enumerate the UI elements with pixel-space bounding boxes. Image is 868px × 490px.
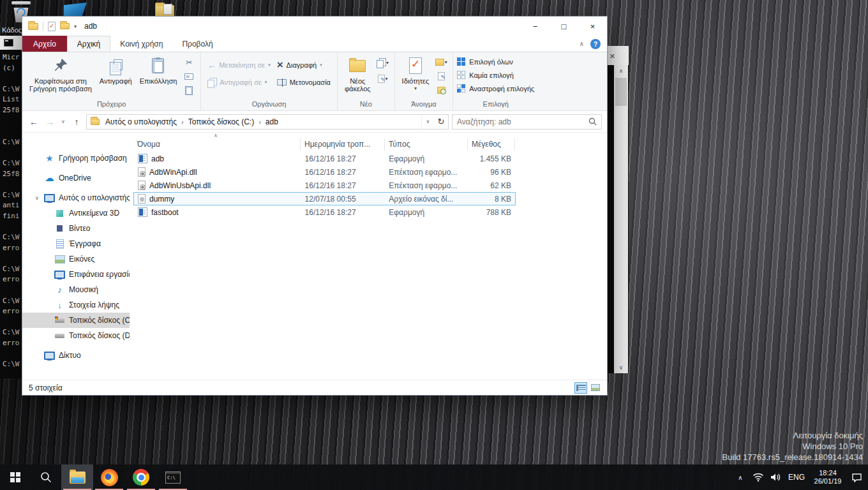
sidebar-item-pic[interactable]: Εικόνες: [22, 251, 130, 267]
copy-button[interactable]: Αντιγραφή: [96, 54, 135, 85]
column-header-2[interactable]: Τύπος: [385, 138, 468, 151]
invert-selection-button[interactable]: Αναστροφή επιλογής: [457, 83, 534, 94]
back-button[interactable]: ←: [27, 117, 40, 127]
edit-button[interactable]: [433, 70, 449, 82]
scrollbar-thumb[interactable]: [615, 78, 627, 106]
file-row[interactable]: AdbWinUsbApi.dll16/12/16 18:27Επέκταση ε…: [133, 179, 516, 192]
taskbar-chrome[interactable]: [125, 464, 157, 490]
cmd-scrollbar[interactable]: ∧ ∨: [614, 65, 628, 373]
tab-1[interactable]: Κοινή χρήση: [110, 36, 172, 52]
paste-shortcut-button[interactable]: [181, 84, 197, 96]
rename-button[interactable]: Μετονομασία: [277, 77, 331, 88]
pin-to-quick-access-button[interactable]: Καρφίτσωμα στη Γρήγορη πρόσβαση: [26, 54, 95, 93]
column-header-0[interactable]: Όνομα: [133, 138, 301, 151]
sidebar-item-network[interactable]: Δίκτυο: [22, 348, 130, 363]
breadcrumb-segment[interactable]: Αυτός ο υπολογιστής: [104, 117, 178, 126]
file-row[interactable]: dummy12/07/18 00:55Αρχείο εικόνας δί...8…: [133, 192, 516, 205]
tab-file[interactable]: Αρχείο: [22, 36, 67, 52]
maximize-button[interactable]: □: [550, 17, 578, 36]
taskbar-file-explorer[interactable]: [61, 464, 93, 490]
watermark-line-3: Build 17763.rs5_release.180914-1434: [722, 452, 863, 463]
cut-button[interactable]: ✂: [181, 56, 197, 68]
details-view-button[interactable]: [574, 382, 587, 394]
start-button[interactable]: [0, 464, 31, 490]
tab-0[interactable]: Αρχική: [67, 36, 110, 52]
collapse-ribbon-icon[interactable]: ∧: [580, 40, 584, 47]
move-to-button[interactable]: ← Μετακίνηση σε ▾: [207, 59, 270, 71]
expander-icon[interactable]: ∨: [35, 195, 44, 201]
sidebar-item-pc[interactable]: ∨Αυτός ο υπολογιστής: [22, 190, 130, 205]
close-button[interactable]: ×: [578, 17, 607, 36]
recent-locations-icon[interactable]: ∨: [59, 119, 67, 124]
sidebar-item-cloud[interactable]: ☁OneDrive: [22, 170, 130, 186]
column-header-1[interactable]: Ημερομηνία τροπ...: [301, 138, 385, 151]
delete-button[interactable]: × Διαγραφή ▾: [277, 59, 331, 71]
cmd-window-title-left[interactable]: [0, 36, 22, 50]
new-item-button[interactable]: ▾: [375, 57, 391, 69]
file-type: Επέκταση εφαρμο...: [385, 181, 468, 190]
title-bar[interactable]: ▾ adb − □ ×: [22, 17, 607, 36]
address-bar[interactable]: Αυτός ο υπολογιστής›Τοπικός δίσκος (C:)›…: [86, 114, 449, 130]
address-dropdown-icon[interactable]: ∨: [421, 115, 434, 129]
sidebar-item-label: Βίντεο: [69, 224, 90, 233]
paste-button[interactable]: Επικόλληση: [137, 54, 181, 85]
sidebar-item-video[interactable]: Βίντεο: [22, 221, 130, 236]
volume-icon[interactable]: [767, 464, 785, 490]
taskbar: C:\ ∧ ENG 18:24 26/01/19: [0, 464, 868, 490]
refresh-icon[interactable]: ↻: [434, 115, 448, 129]
cmd-window-title-right[interactable]: ×: [608, 46, 629, 65]
up-button[interactable]: ↑: [70, 117, 83, 127]
pin-icon: [53, 56, 68, 76]
sidebar-item-label: Στοιχεία λήψης: [69, 301, 119, 309]
help-icon[interactable]: ?: [590, 39, 601, 49]
new-folder-quick-icon[interactable]: [60, 23, 70, 29]
wifi-icon[interactable]: [749, 464, 767, 490]
sidebar-item-star[interactable]: ★Γρήγορη πρόσβαση: [22, 151, 130, 166]
cmd-icon: C:\: [165, 471, 181, 484]
taskbar-cmd[interactable]: C:\: [157, 464, 189, 490]
scroll-up-icon[interactable]: ∧: [614, 65, 628, 77]
sidebar-item-disk[interactable]: Τοπικός δίσκος (D:): [22, 328, 130, 343]
thumbnails-view-button[interactable]: [589, 382, 602, 394]
sort-ascending-icon[interactable]: ∧: [214, 133, 218, 138]
cmd-window-body-left[interactable]: Micr (c) C:\W List 25f8 C:\W C:\W 25f8 C…: [0, 50, 22, 378]
new-folder-button[interactable]: Νέος φάκελος: [341, 54, 374, 93]
search-box[interactable]: Αναζήτηση: adb: [452, 114, 602, 130]
sidebar-item-cube[interactable]: Αντικείμενα 3D: [22, 205, 130, 221]
copy-to-button[interactable]: Αντιγραφή σε ▾: [207, 77, 270, 88]
breadcrumb-segment[interactable]: adb: [264, 117, 280, 126]
tab-2[interactable]: Προβολή: [172, 36, 222, 52]
breadcrumb-segment[interactable]: Τοπικός δίσκος (C:): [187, 117, 256, 126]
sidebar-item-desktop[interactable]: Επιφάνεια εργασίας: [22, 267, 130, 282]
language-indicator[interactable]: ENG: [785, 464, 808, 490]
sidebar-item-download[interactable]: ↓Στοιχεία λήψης: [22, 297, 130, 313]
new-folder-label-line2: φάκελος: [345, 85, 371, 93]
history-button[interactable]: [433, 84, 449, 96]
copy-path-button[interactable]: W...: [181, 70, 197, 82]
scroll-down-icon[interactable]: ∨: [614, 362, 628, 373]
select-all-button[interactable]: Επιλογή όλων: [457, 56, 513, 67]
cmd-close-icon[interactable]: ×: [610, 50, 615, 61]
sidebar-item-doc[interactable]: Έγγραφα: [22, 236, 130, 251]
column-header-3[interactable]: Μέγεθος: [468, 138, 515, 151]
properties-button[interactable]: Ιδιότητες ▾: [399, 54, 433, 93]
taskbar-search-button[interactable]: [31, 464, 61, 490]
open-icon: [435, 59, 444, 66]
file-row[interactable]: AdbWinApi.dll16/12/16 18:27Επέκταση εφαρ…: [133, 165, 516, 179]
properties-quick-icon[interactable]: [48, 22, 56, 31]
sidebar-item-music[interactable]: ♪Μουσική: [22, 282, 130, 297]
taskbar-firefox[interactable]: [93, 464, 125, 490]
easy-access-button[interactable]: ▾: [375, 73, 391, 85]
file-row[interactable]: fastboot16/12/16 18:27Εφαρμογή788 KB: [133, 205, 516, 219]
forward-button[interactable]: →: [43, 117, 56, 127]
open-button[interactable]: ▾: [433, 56, 449, 68]
chevron-down-icon: ▾: [265, 80, 267, 85]
taskbar-clock[interactable]: 18:24 26/01/19: [808, 464, 848, 490]
customize-qat-icon[interactable]: ▾: [74, 24, 77, 29]
tray-expand-icon[interactable]: ∧: [731, 464, 749, 490]
minimize-button[interactable]: −: [521, 17, 550, 36]
action-center-icon[interactable]: [848, 464, 865, 490]
file-row[interactable]: adb16/12/16 18:27Εφαρμογή1.455 KB: [133, 152, 516, 165]
sidebar-item-disk-win[interactable]: Τοπικός δίσκος (C:): [22, 313, 130, 328]
select-none-button[interactable]: Καμία επιλογή: [457, 70, 514, 80]
